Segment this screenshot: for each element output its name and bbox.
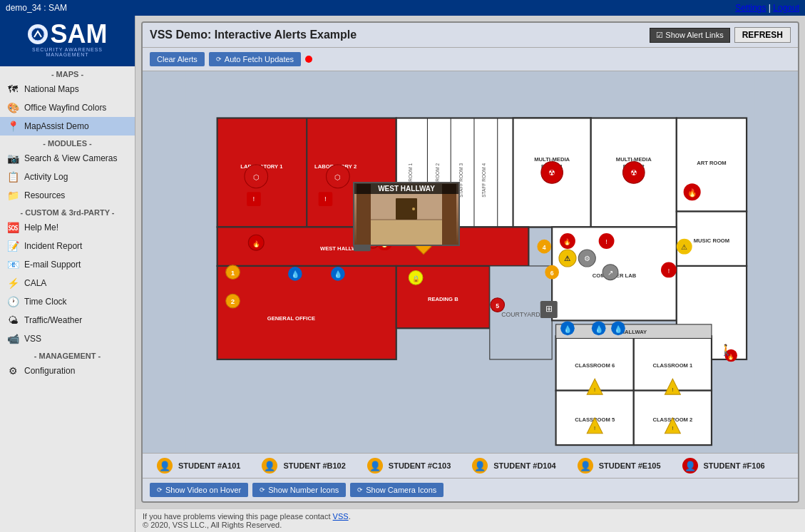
svg-text:1: 1 [231,269,235,277]
logo-area: SAM SECURITY AWARENESS MANAGEMENT [0,16,135,66]
svg-text:⬡: ⬡ [253,173,260,181]
legend-label-e105: STUDENT #E105 [599,461,661,470]
svg-text:🔒: 🔒 [412,275,420,283]
sidebar-item-mapassist[interactable]: 📍 MapAssist Demo [0,117,135,135]
sidebar-item-time-clock[interactable]: 🕐 Time Clock [0,292,135,311]
svg-rect-27 [217,266,396,359]
status-dot [305,56,312,63]
sidebar-item-cala[interactable]: ⚡ CALA [0,274,135,292]
sidebar: SAM SECURITY AWARENESS MANAGEMENT - MAPS… [0,16,135,532]
svg-text:☢: ☢ [548,168,555,177]
main-content: VSS Demo: Interactive Alerts Example ☑ S… [135,16,805,532]
svg-text:CLASSROOM 6: CLASSROOM 6 [575,362,615,369]
sidebar-item-office-wayfind[interactable]: 🎨 Office Wayfind Colors [0,98,135,117]
clear-alerts-button[interactable]: Clear Alerts [150,52,205,66]
activity-log-label: Activity Log [24,172,68,182]
office-wayfind-icon: 🎨 [6,101,20,115]
footer: If you have problems viewing this page p… [135,508,805,532]
activity-log-icon: 📋 [6,170,20,184]
email-icon: 📧 [6,257,20,272]
time-clock-icon: 🕐 [6,295,20,309]
map-bottom-toolbar: ⟳ Show Video on Hover ⟳ Show Number Icon… [143,478,798,501]
svg-text:4: 4 [543,244,546,251]
sidebar-item-help[interactable]: 🆘 Help Me! [0,218,135,237]
legend-area: 👤 STUDENT #A101 👤 STUDENT #B102 👤 STUDEN… [143,453,798,478]
resources-label: Resources [24,190,65,200]
building-map-svg: LABORATORY 1 LABORATORY 2 STAFF ROOM 1 S… [143,71,798,453]
national-maps-icon: 🗺 [6,82,20,96]
vss-label: VSS [24,334,41,344]
svg-text:↗: ↗ [607,269,613,277]
maps-section-label: - MAPS - [0,66,135,80]
sidebar-item-config[interactable]: ⚙ Configuration [0,362,135,380]
sidebar-item-cameras[interactable]: 📷 Search & View Cameras [0,149,135,168]
settings-link[interactable]: Settings [735,3,766,13]
legend-item-a101: 👤 STUDENT #A101 [157,458,240,474]
show-camera-icons-button[interactable]: ⟳ Show Camera Icons [350,483,443,497]
sam-logo-subtitle: SECURITY AWARENESS MANAGEMENT [21,47,114,57]
svg-text:🔥: 🔥 [563,237,571,246]
legend-icon-f106: 👤 [682,458,698,474]
sidebar-item-traffic[interactable]: 🌤 Traffic/Weather [0,311,135,329]
show-video-label: Show Video on Hover [165,486,241,494]
svg-text:💧: 💧 [334,270,343,279]
footer-problem-text: If you have problems viewing this page p… [143,512,331,521]
topbar: demo_34 : SAM Settings | Logout [0,0,805,16]
legend-icon-c103: 👤 [367,458,383,474]
sidebar-item-vss[interactable]: 📹 VSS [0,329,135,348]
svg-point-0 [31,28,44,41]
legend-item-b102: 👤 STUDENT #B102 [262,458,345,474]
show-camera-label: Show Camera Icons [366,486,436,494]
svg-text:💧: 💧 [595,324,604,334]
footer-vss-link[interactable]: VSS [333,512,349,521]
show-alert-links-button[interactable]: ☑ Show Alert Links [650,28,729,43]
cameras-label: Search & View Cameras [24,153,118,163]
legend-icon-b102: 👤 [262,458,277,474]
map-title: VSS Demo: Interactive Alerts Example [150,29,357,41]
arrow-icon: ⟳ [216,56,222,63]
show-number-icons-button[interactable]: ⟳ Show Number Icons [252,483,346,497]
camera-arrow-icon: ⟳ [357,486,363,493]
sam-logo-text: SAM [51,21,108,47]
mapassist-icon: 📍 [6,119,20,133]
topbar-links: Settings | Logout [735,3,799,13]
legend-label-a101: STUDENT #A101 [178,461,240,470]
sidebar-item-email[interactable]: 📧 E-mail Support [0,255,135,274]
svg-text:💧: 💧 [614,324,623,334]
svg-text:!: ! [324,195,327,203]
sam-logo-icon [28,24,48,44]
svg-text:5: 5 [496,302,499,310]
svg-text:⚠: ⚠ [564,255,570,262]
svg-text:⬡: ⬡ [334,173,341,181]
cala-label: CALA [24,278,46,288]
legend-item-e105: 👤 STUDENT #E105 [578,458,661,474]
svg-text:!: ! [253,195,255,203]
show-alert-links-label: Show Alert Links [665,31,723,39]
auto-fetch-updates-button[interactable]: ⟳ Auto Fetch Updates [209,52,301,66]
sidebar-item-resources[interactable]: 📁 Resources [0,186,135,205]
svg-text:!: ! [594,387,595,393]
logout-link[interactable]: Logout [773,3,799,13]
legend-icon-d104: 👤 [472,458,488,474]
svg-text:STAFF ROOM 4: STAFF ROOM 4 [481,163,486,198]
custom-section-label: - CUSTOM & 3rd-PARTY - [0,205,135,218]
vss-icon: 📹 [6,332,20,346]
svg-text:⊞: ⊞ [545,304,553,314]
map-header: VSS Demo: Interactive Alerts Example ☑ S… [143,23,798,48]
show-video-on-hover-button[interactable]: ⟳ Show Video on Hover [150,483,248,497]
map-panel: VSS Demo: Interactive Alerts Example ☑ S… [141,21,799,503]
svg-point-129 [412,208,415,210]
legend-label-d104: STUDENT #D104 [493,461,555,470]
svg-text:☢: ☢ [630,168,637,177]
svg-text:!: ! [594,425,595,431]
cameras-icon: 📷 [6,151,20,165]
refresh-button[interactable]: REFRESH [734,27,791,43]
traffic-icon: 🌤 [6,313,20,327]
sam-logo: SAM SECURITY AWARENESS MANAGEMENT [21,21,114,61]
footer-copyright: © 2020, VSS LLC., All Rights Reserved. [143,521,282,529]
sidebar-item-incident[interactable]: 📝 Incident Report [0,237,135,255]
sidebar-item-activity-log[interactable]: 📋 Activity Log [0,168,135,186]
map-area[interactable]: LABORATORY 1 LABORATORY 2 STAFF ROOM 1 S… [143,71,798,453]
svg-text:!: ! [672,387,673,393]
sidebar-item-national-maps[interactable]: 🗺 National Maps [0,80,135,98]
